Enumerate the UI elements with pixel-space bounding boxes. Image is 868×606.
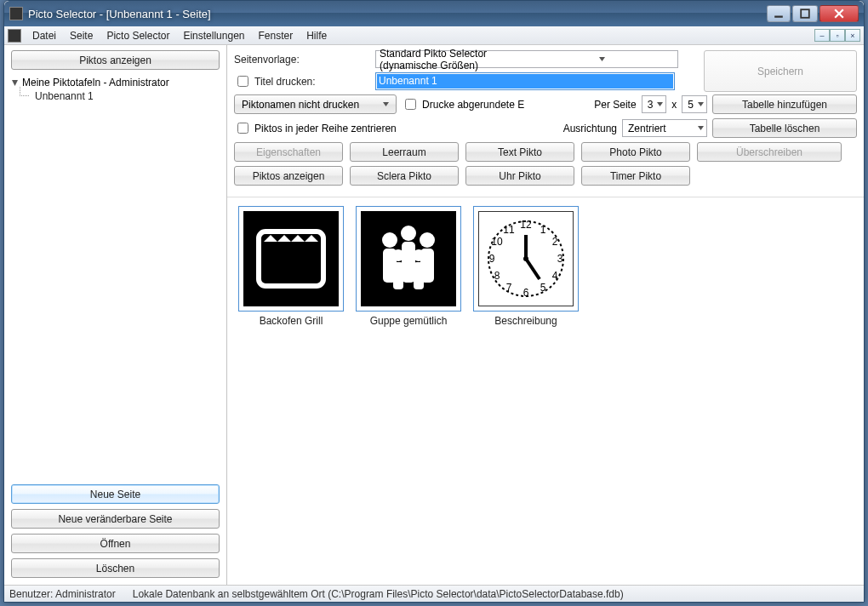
- app-window: Picto Selector - [Unbenannt 1 - Seite] D…: [3, 0, 865, 603]
- show-piktos-button[interactable]: Piktos anzeigen: [11, 50, 220, 70]
- delete-table-button[interactable]: Tabelle löschen: [712, 118, 857, 138]
- titlebar[interactable]: Picto Selector - [Unbenannt 1 - Seite]: [4, 1, 864, 26]
- svg-point-5: [382, 232, 397, 248]
- chevron-down-icon: [697, 123, 705, 134]
- mdi-restore-button[interactable]: ▫: [830, 29, 845, 42]
- svg-rect-12: [393, 262, 403, 289]
- svg-point-7: [401, 226, 416, 241]
- svg-text:6: 6: [523, 287, 529, 299]
- template-value: Standard Pikto Selector (dynamische Größ…: [376, 48, 527, 71]
- tree-root[interactable]: Meine Piktotafeln - Administrator: [11, 77, 220, 89]
- minimize-button[interactable]: [767, 5, 791, 22]
- mdi-minimize-button[interactable]: –: [814, 29, 830, 42]
- rounded-label: Drucke abgerundete E: [422, 99, 524, 111]
- tree-collapse-icon[interactable]: [11, 79, 19, 87]
- piktoname-dropdown[interactable]: Piktonamen nicht drucken: [234, 94, 397, 114]
- sclera-pikto-button[interactable]: Sclera Pikto: [350, 166, 459, 186]
- pikto-label: Beschreibung: [494, 315, 557, 327]
- space-button[interactable]: Leerraum: [350, 142, 459, 162]
- pikto-canvas[interactable]: Backofen Grill: [227, 197, 864, 585]
- svg-text:11: 11: [503, 224, 515, 236]
- text-pikto-button[interactable]: Text Pikto: [465, 142, 574, 162]
- print-title-checkbox[interactable]: Titel drucken:: [234, 73, 370, 89]
- tree-item-label: Unbenannt 1: [35, 90, 94, 102]
- status-user: Benutzer: Administrator: [9, 588, 116, 600]
- photo-pikto-button[interactable]: Photo Pikto: [581, 142, 690, 162]
- rows-select[interactable]: 5: [682, 95, 707, 113]
- svg-text:12: 12: [520, 219, 532, 231]
- svg-point-11: [392, 249, 404, 261]
- doc-icon: [8, 29, 21, 43]
- pikto-label: Backofen Grill: [260, 315, 323, 327]
- svg-text:9: 9: [489, 253, 495, 265]
- tree-item[interactable]: Unbenannt 1: [11, 90, 220, 102]
- new-editable-page-button[interactable]: Neue veränderbare Seite: [11, 509, 220, 529]
- menu-hilfe[interactable]: Hilfe: [300, 28, 333, 43]
- menu-seite[interactable]: Seite: [64, 28, 99, 43]
- status-db: Lokale Datenbank an selbstgewähltem Ort …: [133, 588, 624, 600]
- chevron-down-icon: [527, 55, 677, 63]
- overwrite-button[interactable]: Überschreiben: [697, 142, 842, 162]
- main-panel: Seitenvorlage: Standard Pikto Selector (…: [227, 45, 864, 585]
- piktoname-value: Piktonamen nicht drucken: [242, 99, 359, 111]
- pikto-item[interactable]: 1212 345 678 91011 Beschreibung: [472, 206, 580, 327]
- open-button[interactable]: Öffnen: [11, 534, 220, 553]
- title-input-wrap: Unbenannt 1: [375, 72, 675, 90]
- pikto-item[interactable]: Backofen Grill: [237, 206, 345, 327]
- orientation-label: Ausrichtung: [563, 123, 617, 134]
- menu-einstellungen[interactable]: Einstellungen: [177, 28, 250, 43]
- rounded-chk-input[interactable]: [405, 99, 416, 110]
- delete-button[interactable]: Löschen: [11, 558, 220, 578]
- statusbar: Benutzer: Administrator Lokale Datenbank…: [4, 585, 864, 602]
- save-button[interactable]: Speichern: [704, 50, 857, 92]
- clock-pikto-button[interactable]: Uhr Pikto: [465, 166, 574, 186]
- menu-fenster[interactable]: Fenster: [252, 28, 299, 43]
- svg-text:4: 4: [552, 270, 558, 282]
- add-table-button[interactable]: Tabelle hinzufügen: [712, 94, 857, 114]
- menu-datei[interactable]: Datei: [26, 28, 62, 43]
- svg-text:10: 10: [491, 236, 503, 248]
- svg-point-13: [413, 249, 425, 261]
- chevron-down-icon: [380, 100, 392, 108]
- window-title: Picto Selector - [Unbenannt 1 - Seite]: [28, 8, 767, 20]
- svg-rect-14: [414, 262, 424, 289]
- template-select[interactable]: Standard Pikto Selector (dynamische Größ…: [375, 50, 678, 68]
- properties-button[interactable]: Eigenschaften: [234, 142, 343, 162]
- sidebar: Piktos anzeigen Meine Piktotafeln - Admi…: [4, 45, 227, 585]
- centered-checkbox[interactable]: Piktos in jeder Reihe zentrieren: [234, 120, 397, 136]
- show-piktos-button-2[interactable]: Piktos anzeigen: [234, 166, 343, 186]
- svg-point-30: [523, 256, 528, 261]
- template-label: Seitenvorlage:: [234, 54, 370, 66]
- clock-icon: 1212 345 678 91011: [478, 211, 574, 306]
- svg-text:3: 3: [557, 253, 563, 265]
- centered-label: Piktos in jeder Reihe zentrieren: [254, 123, 397, 134]
- close-button[interactable]: [819, 5, 859, 22]
- rounded-checkbox[interactable]: Drucke abgerundete E: [402, 96, 524, 112]
- tree-root-label: Meine Piktotafeln - Administrator: [22, 77, 169, 89]
- menu-pictoselector[interactable]: Picto Selector: [100, 28, 175, 43]
- svg-text:8: 8: [494, 270, 500, 282]
- print-title-label: Titel drucken:: [254, 76, 316, 88]
- svg-text:1: 1: [540, 224, 546, 236]
- timer-pikto-button[interactable]: Timer Pikto: [581, 166, 690, 186]
- app-icon: [9, 7, 23, 20]
- orientation-select[interactable]: Zentriert: [622, 119, 707, 137]
- pikto-item[interactable]: Guppe gemütlich: [355, 206, 462, 327]
- svg-point-9: [420, 232, 435, 248]
- print-title-chk-input[interactable]: [237, 76, 248, 87]
- tree-view[interactable]: Meine Piktotafeln - Administrator Unbena…: [4, 73, 226, 479]
- svg-text:5: 5: [540, 282, 546, 294]
- chevron-down-icon: [697, 99, 705, 111]
- group-icon: [361, 211, 456, 306]
- mdi-close-button[interactable]: ×: [845, 29, 860, 42]
- centered-chk-input[interactable]: [237, 123, 248, 134]
- svg-rect-8: [402, 242, 415, 283]
- title-input[interactable]: Unbenannt 1: [377, 74, 673, 89]
- pikto-label: Guppe gemütlich: [370, 315, 448, 327]
- new-page-button[interactable]: Neue Seite: [11, 484, 220, 504]
- cols-select[interactable]: 3: [642, 95, 667, 113]
- svg-rect-1: [801, 9, 809, 18]
- menubar: Datei Seite Picto Selector Einstellungen…: [4, 26, 864, 45]
- svg-text:7: 7: [506, 282, 512, 294]
- maximize-button[interactable]: [792, 5, 818, 22]
